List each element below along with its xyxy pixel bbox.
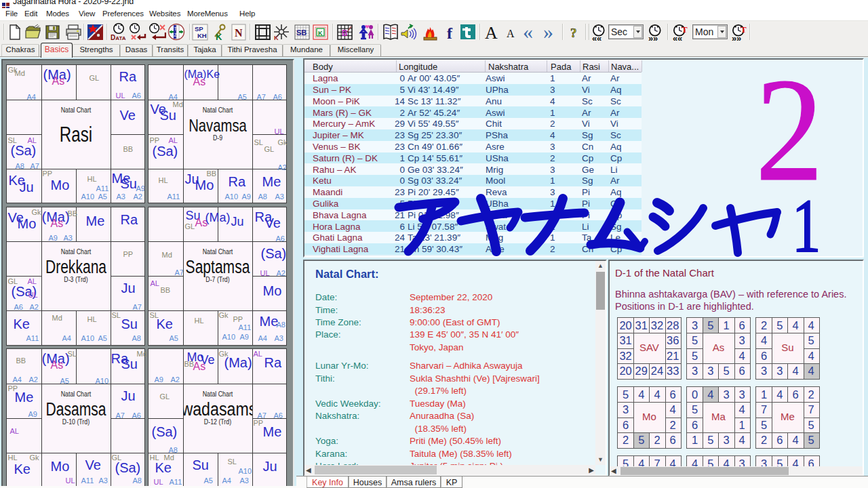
svg-text:A: A [485,23,498,42]
svg-text:DATA: DATA [111,34,126,41]
svg-text:T: T [741,24,747,35]
svg-text:»: » [653,33,658,42]
svg-text:»: » [736,33,741,42]
svg-text:f: f [447,24,453,42]
svg-text:K: K [216,32,222,42]
svg-text:A: A [507,28,515,39]
svg-text:«: « [523,23,533,42]
svg-text:KH: KH [197,32,207,39]
svg-text:«: « [597,33,601,42]
svg-text:«: « [677,33,682,42]
svg-text:N: N [235,27,243,39]
svg-text:Z: Z [174,33,178,37]
svg-text:T: T [682,24,688,35]
svg-text:?: ? [570,26,577,40]
svg-text:B: B [342,28,348,38]
svg-text:T: T [174,26,178,31]
svg-text:K: K [274,35,279,41]
svg-text:SB: SB [296,28,307,37]
svg-text:K: K [318,30,323,37]
svg-text:»: » [543,23,553,42]
